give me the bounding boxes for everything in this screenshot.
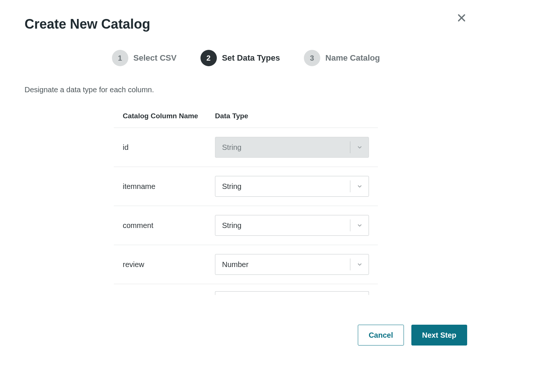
column-type-table: Catalog Column Name Data Type id String …	[114, 112, 378, 298]
select-value: Number	[215, 260, 350, 269]
column-name: id	[123, 143, 215, 152]
column-name: review	[123, 260, 215, 269]
column-name: itemname	[123, 182, 215, 191]
table-row: itemname String	[114, 167, 378, 206]
select-indicator	[350, 141, 369, 153]
step-number: 2	[200, 50, 217, 66]
step-name-catalog[interactable]: 3 Name Catalog	[304, 50, 380, 66]
select-value: String	[215, 221, 350, 230]
table-header: Catalog Column Name Data Type	[114, 112, 378, 128]
select-indicator	[350, 219, 369, 231]
column-name: comment	[123, 221, 215, 230]
chevron-down-icon	[356, 144, 363, 151]
chevron-down-icon	[356, 261, 363, 268]
data-type-select-id: String	[215, 137, 369, 158]
step-label: Name Catalog	[325, 53, 380, 63]
select-value: String	[215, 182, 350, 191]
chevron-down-icon	[356, 222, 363, 229]
data-type-select-review[interactable]: Number	[215, 254, 369, 275]
step-label: Select CSV	[134, 53, 177, 63]
th-column-name: Catalog Column Name	[123, 112, 215, 120]
data-type-select-itemname[interactable]: String	[215, 176, 369, 197]
step-number: 3	[304, 50, 320, 66]
step-label: Set Data Types	[222, 53, 280, 63]
table-row	[114, 284, 378, 298]
data-type-select-next[interactable]	[215, 291, 369, 295]
step-number: 1	[112, 50, 128, 66]
instruction-text: Designate a data type for each column.	[25, 86, 467, 94]
select-value: String	[215, 143, 350, 152]
step-set-data-types[interactable]: 2 Set Data Types	[200, 50, 280, 66]
select-indicator	[350, 258, 369, 270]
table-row: review Number	[114, 245, 378, 284]
stepper: 1 Select CSV 2 Set Data Types 3 Name Cat…	[25, 50, 467, 66]
modal-title: Create New Catalog	[25, 16, 467, 32]
table-row: comment String	[114, 206, 378, 245]
step-select-csv[interactable]: 1 Select CSV	[112, 50, 177, 66]
data-type-select-comment[interactable]: String	[215, 215, 369, 236]
chevron-down-icon	[356, 183, 363, 190]
select-indicator	[350, 180, 369, 192]
modal-footer: Cancel Next Step	[358, 325, 467, 346]
column-type-scroll-area: Catalog Column Name Data Type id String …	[25, 112, 467, 298]
next-step-button[interactable]: Next Step	[411, 325, 467, 346]
th-data-type: Data Type	[215, 112, 369, 120]
create-catalog-modal: Create New Catalog 1 Select CSV 2 Set Da…	[25, 16, 467, 298]
cancel-button[interactable]: Cancel	[358, 325, 404, 346]
table-row: id String	[114, 128, 378, 167]
